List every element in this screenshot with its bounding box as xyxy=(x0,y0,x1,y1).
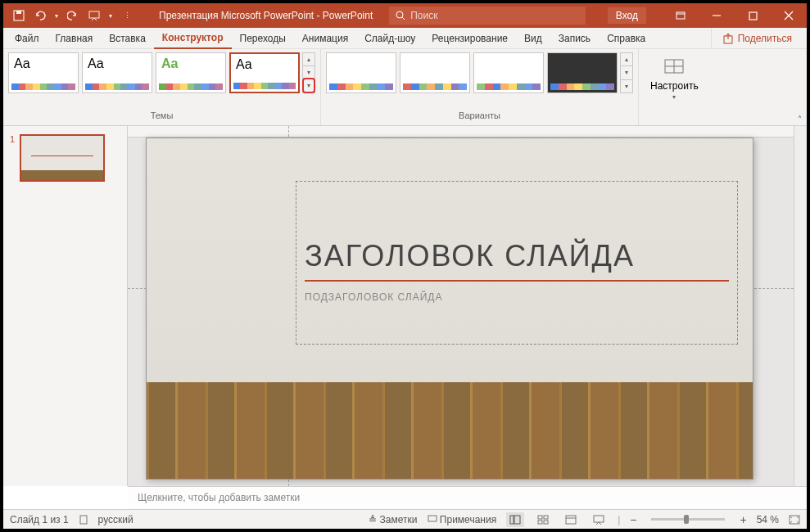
svg-rect-19 xyxy=(538,516,542,519)
themes-gallery-spinner[interactable]: ▴▾▾ xyxy=(302,52,315,93)
zoom-slider[interactable] xyxy=(651,518,725,521)
slide-subtitle-text[interactable]: ПОДЗАГОЛОВОК СЛАЙДА xyxy=(296,285,737,309)
svg-point-3 xyxy=(396,11,403,18)
tab-help[interactable]: Справка xyxy=(599,28,654,49)
ribbon-tabs: Файл Главная Вставка Конструктор Переход… xyxy=(3,28,807,49)
zoom-out-icon[interactable]: − xyxy=(630,513,636,526)
expand-gallery-icon[interactable]: ▾ xyxy=(302,78,315,93)
window-title: Презентация Microsoft PowerPoint - Power… xyxy=(159,10,373,21)
search-box[interactable] xyxy=(389,7,586,25)
scroll-up-icon[interactable]: ▴ xyxy=(621,53,632,66)
svg-line-4 xyxy=(402,17,405,20)
titlebar-controls: Вход xyxy=(608,3,807,28)
svg-rect-25 xyxy=(594,516,604,522)
variants-group: ▴▾▾ Варианты xyxy=(321,49,639,125)
undo-more-icon[interactable]: ▾ xyxy=(52,7,61,25)
theme-item-selected[interactable]: Aa xyxy=(229,52,300,93)
themes-group-label: Темы xyxy=(151,110,174,122)
variants-group-label: Варианты xyxy=(459,110,500,122)
view-sorter-icon[interactable] xyxy=(534,512,552,527)
zoom-level[interactable]: 54 % xyxy=(757,514,779,525)
variant-item[interactable] xyxy=(400,52,470,93)
minimize-icon[interactable] xyxy=(699,3,735,28)
start-slideshow-icon[interactable] xyxy=(85,7,103,25)
customize-group: Настроить ▾ xyxy=(639,49,710,125)
notes-pane[interactable]: Щелкните, чтобы добавить заметки xyxy=(128,486,807,509)
customize-label: Настроить xyxy=(650,80,699,92)
title-divider xyxy=(305,280,729,282)
ribbon-display-icon[interactable] xyxy=(663,3,699,28)
slide-counter[interactable]: Слайд 1 из 1 xyxy=(10,514,69,525)
svg-rect-23 xyxy=(566,516,576,524)
share-icon xyxy=(723,33,735,44)
tab-insert[interactable]: Вставка xyxy=(101,28,154,49)
slide-number: 1 xyxy=(10,134,15,478)
theme-item[interactable]: Aa xyxy=(156,52,226,93)
view-reading-icon[interactable] xyxy=(562,512,580,527)
svg-rect-16 xyxy=(428,516,437,521)
tab-file[interactable]: Файл xyxy=(7,28,48,49)
qat-more-icon[interactable]: ▾ xyxy=(106,7,115,25)
theme-item[interactable]: Aa xyxy=(8,52,79,93)
title-placeholder[interactable]: ЗАГОЛОВОК СЛАЙДА ПОДЗАГОЛОВОК СЛАЙДА xyxy=(296,181,738,345)
save-icon[interactable] xyxy=(10,7,28,25)
slide-thumbnail[interactable] xyxy=(20,134,105,182)
wood-floor-graphic xyxy=(147,382,753,479)
scrollbar-vertical[interactable] xyxy=(794,126,807,486)
ruler-horizontal xyxy=(128,126,794,138)
slide-editor[interactable]: ЗАГОЛОВОК СЛАЙДА ПОДЗАГОЛОВОК СЛАЙДА xyxy=(128,126,794,486)
close-icon[interactable] xyxy=(771,3,807,28)
tab-slideshow[interactable]: Слайд-шоу xyxy=(356,28,423,49)
themes-group: Aa Aa Aa Aa ▴▾▾ Темы xyxy=(3,49,321,125)
search-icon xyxy=(396,11,405,20)
zoom-in-icon[interactable]: + xyxy=(740,513,746,526)
svg-rect-15 xyxy=(80,516,87,524)
svg-rect-2 xyxy=(89,11,99,18)
scroll-down-icon[interactable]: ▾ xyxy=(303,66,314,79)
notes-toggle[interactable]: ≜ Заметки xyxy=(369,514,417,525)
variants-gallery-spinner[interactable]: ▴▾▾ xyxy=(620,52,633,93)
tab-record[interactable]: Запись xyxy=(550,28,599,49)
view-slideshow-icon[interactable] xyxy=(590,512,608,527)
comments-toggle[interactable]: Примечания xyxy=(428,514,497,525)
theme-item[interactable]: Aa xyxy=(82,52,152,93)
collapse-ribbon-icon[interactable]: ˄ xyxy=(798,115,802,124)
svg-rect-18 xyxy=(514,516,520,524)
tab-review[interactable]: Рецензирование xyxy=(423,28,516,49)
share-label: Поделиться xyxy=(738,33,792,44)
slide-title-text[interactable]: ЗАГОЛОВОК СЛАЙДА xyxy=(296,182,737,277)
tab-design[interactable]: Конструктор xyxy=(154,28,232,49)
workspace: 1 ЗАГОЛОВОК СЛАЙДА ПОДЗАГОЛОВОК СЛАЙДА xyxy=(3,126,807,486)
language-indicator[interactable]: русский xyxy=(98,514,133,525)
fit-to-window-icon[interactable] xyxy=(789,515,800,525)
accessibility-icon[interactable] xyxy=(79,515,88,525)
ribbon-content: Aa Aa Aa Aa ▴▾▾ Темы ▴▾▾ Варианты Настро… xyxy=(3,49,807,126)
maximize-icon[interactable] xyxy=(735,3,771,28)
tab-home[interactable]: Главная xyxy=(48,28,102,49)
tab-view[interactable]: Вид xyxy=(516,28,550,49)
svg-rect-21 xyxy=(538,521,542,524)
slide-thumbnails-panel: 1 xyxy=(3,126,128,486)
scroll-down-icon[interactable]: ▾ xyxy=(621,66,632,79)
expand-gallery-icon[interactable]: ▾ xyxy=(621,80,632,92)
undo-icon[interactable] xyxy=(31,7,49,25)
search-input[interactable] xyxy=(410,10,579,21)
tab-animation[interactable]: Анимация xyxy=(294,28,356,49)
login-button[interactable]: Вход xyxy=(608,7,646,24)
share-button[interactable]: Поделиться xyxy=(711,28,803,48)
statusbar: Слайд 1 из 1 русский ≜ Заметки Примечани… xyxy=(3,509,807,529)
view-normal-icon[interactable] xyxy=(506,512,524,527)
tab-transitions[interactable]: Переходы xyxy=(232,28,294,49)
customize-icon xyxy=(663,56,686,79)
variant-item[interactable] xyxy=(326,52,396,93)
redo-icon[interactable] xyxy=(64,7,82,25)
slide-canvas[interactable]: ЗАГОЛОВОК СЛАЙДА ПОДЗАГОЛОВОК СЛАЙДА xyxy=(146,138,753,480)
scroll-up-icon[interactable]: ▴ xyxy=(303,53,314,66)
customize-button[interactable]: Настроить ▾ xyxy=(644,52,705,104)
svg-rect-5 xyxy=(677,12,685,19)
variant-item[interactable] xyxy=(473,52,544,93)
svg-rect-8 xyxy=(749,12,757,20)
qat-customize-icon[interactable]: ⋮ xyxy=(118,7,136,25)
variant-item[interactable] xyxy=(547,52,618,93)
svg-rect-17 xyxy=(510,516,514,524)
